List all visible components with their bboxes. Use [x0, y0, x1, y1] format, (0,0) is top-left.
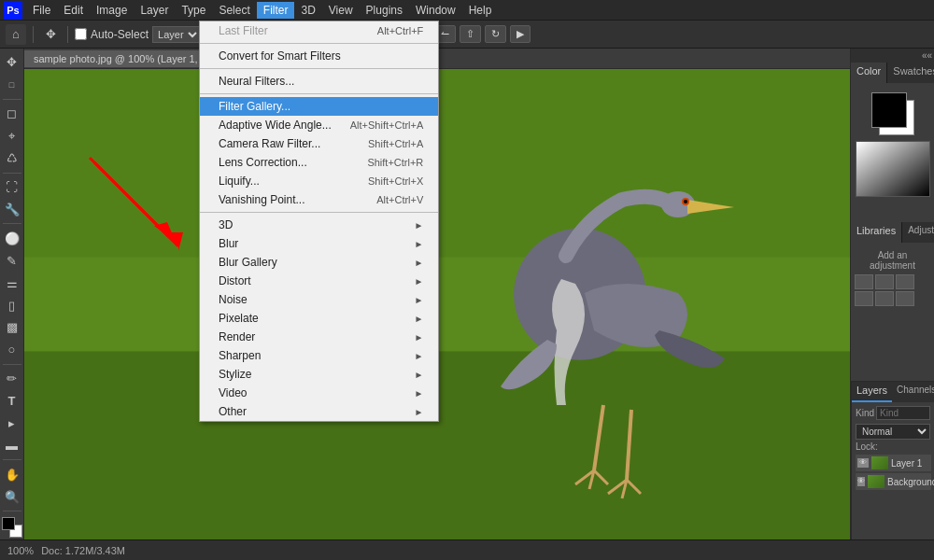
filter-camera-raw[interactable]: Camera Raw Filter... Shift+Ctrl+A [200, 134, 438, 153]
filter-3d-label: 3D [219, 218, 233, 231]
filter-lens-correction[interactable]: Lens Correction... Shift+Ctrl+R [200, 153, 438, 172]
kind-label: Kind [856, 408, 874, 418]
menu-layer[interactable]: Layer [134, 2, 175, 19]
clone-tool[interactable]: ⚌ [2, 273, 22, 293]
menu-3d[interactable]: 3D [294, 2, 321, 19]
brush-tool[interactable]: ✎ [2, 250, 22, 271]
panel-collapse-btn[interactable]: «« [922, 50, 932, 61]
eyedropper-tool[interactable]: 🔧 [2, 199, 22, 219]
lasso-tool[interactable]: ⌖ [2, 126, 22, 147]
filter-sharpen-label: Sharpen [219, 349, 261, 362]
filter-pixelate[interactable]: Pixelate ► [200, 309, 438, 328]
filter-neural[interactable]: Neural Filters... [200, 72, 438, 91]
filter-video[interactable]: Video ► [200, 384, 438, 402]
tab-layers[interactable]: Layers [852, 382, 892, 402]
menu-image[interactable]: Image [90, 2, 134, 19]
type-tool[interactable]: T [2, 391, 22, 412]
menu-type[interactable]: Type [175, 2, 212, 19]
menu-help[interactable]: Help [462, 2, 499, 19]
menu-window[interactable]: Window [409, 2, 462, 19]
submenu-arrow-pixelate: ► [414, 314, 423, 324]
pen-tool[interactable]: ✏ [2, 369, 22, 389]
panel-collapse-area: «« [851, 49, 934, 63]
filter-blur[interactable]: Blur ► [200, 234, 438, 253]
filter-other[interactable]: Other ► [200, 402, 438, 421]
adj-btn-1[interactable] [855, 274, 873, 289]
color-swatch-area[interactable] [870, 91, 916, 137]
3d-zoom2[interactable]: ⇧ [460, 25, 481, 43]
marquee-tool[interactable]: ◻ [2, 104, 22, 124]
path-select-tool[interactable]: ▸ [2, 413, 22, 434]
tab-libraries[interactable]: Libraries [851, 222, 902, 243]
dodge-tool[interactable]: ○ [2, 340, 22, 360]
menu-filter[interactable]: Filter [257, 2, 295, 19]
zoom-tool[interactable]: 🔍 [2, 486, 22, 507]
spot-heal-tool[interactable]: ⚪ [2, 228, 22, 248]
adj-btn-4[interactable] [855, 291, 873, 306]
status-bar: 100% Doc: 1.72M/3.43M [0, 539, 934, 560]
adj-btn-2[interactable] [875, 274, 894, 289]
eye-icon[interactable]: 👁 [857, 458, 869, 468]
color-swatches[interactable] [2, 517, 22, 538]
filter-noise-label: Noise [219, 293, 248, 306]
layer-item-1[interactable]: 👁 Layer 1 [856, 455, 931, 471]
adj-btn-5[interactable] [875, 291, 894, 306]
move-tool[interactable]: ✥ [2, 52, 22, 73]
shape-tool[interactable]: ▬ [2, 436, 22, 456]
submenu-arrow-blur: ► [414, 239, 423, 249]
move-options[interactable]: ✥ [40, 24, 61, 45]
gradient-tool[interactable]: ▩ [2, 317, 22, 338]
tab-channels[interactable]: Channels [892, 382, 934, 402]
hand-tool[interactable]: ✋ [2, 464, 22, 484]
tab-color[interactable]: Color [851, 63, 887, 83]
filter-gallery[interactable]: Filter Gallery... [200, 97, 438, 116]
filter-vanishing-point[interactable]: Vanishing Point... Alt+Ctrl+V [200, 190, 438, 209]
menu-plugins[interactable]: Plugins [360, 2, 409, 19]
quick-select-tool[interactable]: ♺ [2, 148, 22, 169]
filter-blur-gallery[interactable]: Blur Gallery ► [200, 253, 438, 272]
filter-neural-label: Neural Filters... [219, 75, 294, 88]
filter-render[interactable]: Render ► [200, 328, 438, 346]
filter-convert-smart[interactable]: Convert for Smart Filters [200, 47, 438, 65]
3d-orbit[interactable]: ↻ [485, 25, 506, 43]
auto-select-checkbox[interactable] [75, 28, 87, 40]
foreground-swatch[interactable] [871, 92, 907, 128]
menu-select[interactable]: Select [212, 2, 256, 19]
eraser-tool[interactable]: ▯ [2, 295, 22, 315]
filter-sharpen[interactable]: Sharpen ► [200, 346, 438, 365]
artboard-tool[interactable]: □ [2, 75, 22, 95]
3d-extra[interactable]: ▶ [510, 25, 531, 43]
filter-liquify[interactable]: Liquify... Shift+Ctrl+X [200, 172, 438, 190]
tab-adjustments[interactable]: Adjustments [902, 222, 934, 243]
submenu-arrow-sharpen: ► [414, 351, 423, 361]
crop-tool[interactable]: ⛶ [2, 177, 22, 198]
filter-distort-label: Distort [219, 274, 251, 287]
layers-content: Kind Normal Lock: 👁 Layer 1 👁 Background [852, 402, 934, 496]
submenu-arrow-blur-gallery: ► [414, 258, 423, 268]
adj-btn-3[interactable] [896, 274, 914, 289]
color-picker-gradient[interactable] [856, 141, 930, 197]
layer-thumb-1 [871, 456, 888, 469]
add-adjustment-label: Add an adjustment [855, 250, 930, 271]
home-btn[interactable]: ⌂ [6, 24, 26, 45]
tool-sep-5 [3, 459, 21, 460]
eye-icon-bg[interactable]: 👁 [857, 477, 865, 486]
filter-last-filter[interactable]: Last Filter Alt+Ctrl+F [200, 21, 438, 40]
filter-distort[interactable]: Distort ► [200, 272, 438, 290]
tab-swatches[interactable]: Swatches [887, 63, 934, 83]
menu-view[interactable]: View [322, 2, 360, 19]
filter-render-label: Render [219, 330, 255, 343]
filter-convert-smart-label: Convert for Smart Filters [219, 49, 341, 63]
filter-adaptive-wide[interactable]: Adaptive Wide Angle... Alt+Shift+Ctrl+A [200, 116, 438, 134]
filter-noise[interactable]: Noise ► [200, 290, 438, 309]
adj-btn-6[interactable] [896, 291, 914, 306]
auto-select-dropdown[interactable]: Layer [152, 26, 201, 43]
filter-stylize[interactable]: Stylize ► [200, 365, 438, 384]
kind-input[interactable] [876, 406, 930, 420]
menu-edit[interactable]: Edit [57, 2, 90, 19]
layer-item-bg[interactable]: 👁 Background [856, 473, 931, 490]
menu-file[interactable]: File [26, 2, 57, 19]
filter-liquify-shortcut: Shift+Ctrl+X [368, 175, 423, 187]
filter-3d[interactable]: 3D ► [200, 216, 438, 234]
blend-mode-select[interactable]: Normal [856, 424, 930, 440]
